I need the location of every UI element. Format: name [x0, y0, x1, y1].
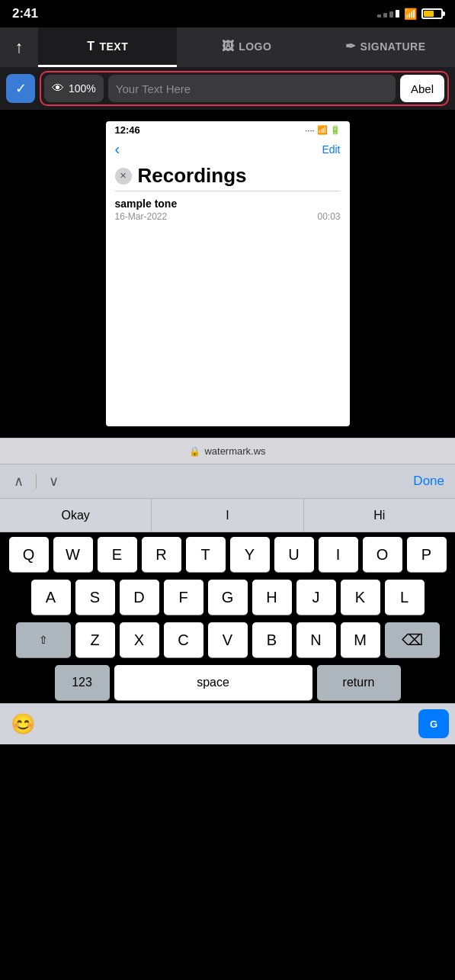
keyboard-row-3: ⇧ Z X C V B N M ⌫	[3, 622, 452, 657]
key-c[interactable]: C	[164, 622, 203, 657]
opacity-value: 100%	[69, 82, 96, 95]
key-e[interactable]: E	[98, 537, 137, 572]
phone-title: Recordings	[138, 164, 247, 188]
bottom-toolbar: 😊 G	[0, 703, 455, 744]
key-r[interactable]: R	[142, 537, 181, 572]
font-selector[interactable]: Abel	[400, 75, 444, 102]
keyboard-row-4: 123 space return	[3, 665, 452, 700]
eye-icon: 👁	[52, 82, 64, 95]
preview-area: 12:46 ···· 📶 🔋 ‹ Edit ✕ Recordings sampl…	[0, 110, 455, 438]
nav-arrows: ∧ ∨	[11, 470, 62, 493]
phone-item-duration: 00:03	[317, 211, 340, 222]
toolbar-tabs: T TEXT 🖼 LOGO ✒ SIGNATURE	[38, 27, 455, 67]
emoji-button[interactable]: 😊	[11, 712, 35, 736]
confirm-button[interactable]: ✓	[6, 74, 35, 103]
key-y[interactable]: Y	[230, 537, 270, 572]
status-bar: 2:41 📶	[0, 0, 455, 27]
back-icon: ↑	[15, 37, 24, 57]
back-button[interactable]: ↑	[0, 27, 38, 67]
key-n[interactable]: N	[296, 622, 336, 657]
phone-item-meta: 16-Mar-2022 00:03	[115, 211, 341, 222]
key-b[interactable]: B	[252, 622, 292, 657]
key-q[interactable]: Q	[9, 537, 49, 572]
controls-bar: ✓ 👁 100% Your Text Here Abel	[0, 67, 455, 110]
key-p[interactable]: P	[407, 537, 447, 572]
phone-item-date: 16-Mar-2022	[115, 211, 168, 222]
key-t[interactable]: T	[186, 537, 226, 572]
key-v[interactable]: V	[208, 622, 248, 657]
phone-nav: ‹ Edit	[106, 139, 350, 161]
numbers-key[interactable]: 123	[55, 665, 110, 700]
return-key[interactable]: return	[317, 665, 401, 700]
input-accessory-bar: ∧ ∨ Done	[0, 464, 455, 499]
opacity-control[interactable]: 👁 100%	[44, 75, 104, 102]
key-a[interactable]: A	[31, 580, 71, 615]
phone-edit-button: Edit	[322, 143, 340, 156]
phone-signal-icon: ····	[305, 126, 314, 135]
keyboard: Q W E R T Y U I O P A S D F G H J K L ⇧ …	[0, 532, 455, 703]
arrow-up-button[interactable]: ∧	[11, 470, 27, 493]
tab-signature[interactable]: ✒ SIGNATURE	[316, 27, 455, 67]
phone-back-arrow: ‹	[115, 140, 120, 158]
logo-tab-label: LOGO	[239, 40, 271, 53]
phone-item-name: sample tone	[115, 198, 341, 210]
backspace-key[interactable]: ⌫	[385, 622, 440, 657]
key-g[interactable]: G	[208, 580, 248, 615]
key-f[interactable]: F	[164, 580, 203, 615]
phone-wifi-icon: 📶	[317, 125, 328, 135]
key-u[interactable]: U	[274, 537, 314, 572]
battery-icon	[421, 8, 443, 19]
website-url: watermark.ws	[204, 445, 265, 457]
phone-title-row: ✕ Recordings	[106, 161, 350, 191]
phone-status-bar: 12:46 ···· 📶 🔋	[106, 121, 350, 139]
key-z[interactable]: Z	[75, 622, 115, 657]
controls-group: 👁 100% Your Text Here Abel	[40, 71, 449, 106]
tab-logo[interactable]: 🖼 LOGO	[177, 27, 316, 67]
suggestions-bar: Okay I Hi	[0, 499, 455, 532]
website-bar: 🔒 watermark.ws	[0, 438, 455, 464]
key-w[interactable]: W	[53, 537, 93, 572]
text-input[interactable]: Your Text Here	[108, 75, 396, 102]
signature-tab-label: SIGNATURE	[360, 40, 426, 53]
lock-icon: 🔒	[189, 446, 200, 457]
phone-x-icon: ✕	[115, 168, 132, 185]
text-placeholder: Your Text Here	[116, 82, 191, 95]
font-name-label: Abel	[411, 82, 434, 95]
key-x[interactable]: X	[120, 622, 159, 657]
key-d[interactable]: D	[120, 580, 159, 615]
logo-tab-icon: 🖼	[222, 40, 235, 53]
signal-icon	[377, 10, 399, 18]
arrow-down-button[interactable]: ∨	[46, 470, 62, 493]
phone-screen: 12:46 ···· 📶 🔋 ‹ Edit ✕ Recordings sampl…	[106, 121, 350, 426]
suggestion-okay[interactable]: Okay	[0, 499, 152, 532]
key-s[interactable]: S	[75, 580, 115, 615]
grammarly-badge: G	[418, 709, 449, 738]
grammarly-label: G	[430, 718, 437, 730]
key-m[interactable]: M	[341, 622, 380, 657]
wifi-icon: 📶	[404, 8, 417, 20]
check-icon: ✓	[15, 80, 27, 97]
phone-time: 12:46	[115, 124, 140, 136]
key-l[interactable]: L	[385, 580, 425, 615]
signature-tab-icon: ✒	[345, 39, 356, 53]
shift-key[interactable]: ⇧	[16, 622, 71, 657]
top-toolbar: ↑ T TEXT 🖼 LOGO ✒ SIGNATURE	[0, 27, 455, 67]
phone-battery-icon: 🔋	[330, 125, 341, 135]
key-o[interactable]: O	[363, 537, 402, 572]
text-tab-label: TEXT	[99, 40, 128, 53]
tab-text[interactable]: T TEXT	[38, 27, 177, 67]
suggestion-hi[interactable]: Hi	[304, 499, 455, 532]
status-icons: 📶	[377, 8, 443, 20]
space-key[interactable]: space	[114, 665, 312, 700]
text-tab-icon: T	[87, 40, 95, 53]
key-j[interactable]: J	[296, 580, 336, 615]
phone-status-icons: ···· 📶 🔋	[305, 125, 340, 135]
done-button[interactable]: Done	[413, 474, 444, 489]
key-i[interactable]: I	[319, 537, 358, 572]
phone-item: sample tone 16-Mar-2022 00:03	[106, 191, 350, 228]
suggestion-i[interactable]: I	[152, 499, 303, 532]
status-time: 2:41	[12, 6, 38, 21]
keyboard-row-1: Q W E R T Y U I O P	[3, 537, 452, 572]
key-h[interactable]: H	[252, 580, 292, 615]
key-k[interactable]: K	[341, 580, 380, 615]
